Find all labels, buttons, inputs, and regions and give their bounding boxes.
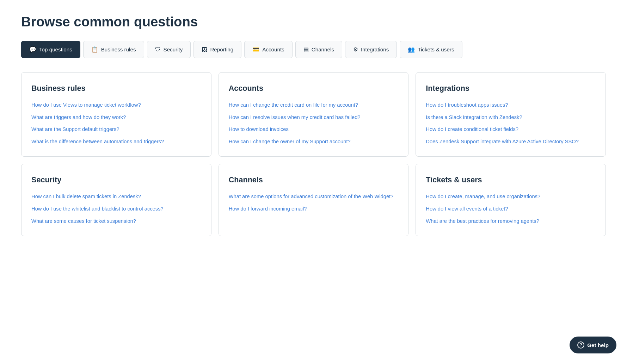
tab-label-channels: Channels <box>312 46 334 52</box>
tab-accounts[interactable]: 💳Accounts <box>244 41 292 58</box>
tab-icon-top-questions: 💬 <box>29 46 36 53</box>
card-link-integrations-0[interactable]: How do I troubleshoot apps issues? <box>426 101 596 109</box>
card-links-business-rules: How do I use Views to manage ticket work… <box>31 101 201 145</box>
tab-icon-integrations: ⚙ <box>353 46 358 53</box>
tab-label-top-questions: Top questions <box>39 46 72 52</box>
tab-label-tickets-users: Tickets & users <box>418 46 454 52</box>
card-title-integrations: Integrations <box>426 84 596 93</box>
tab-label-integrations: Integrations <box>361 46 389 52</box>
card-link-tickets-users-1[interactable]: How do I view all events of a ticket? <box>426 205 596 213</box>
tab-business-rules[interactable]: 📋Business rules <box>83 41 144 58</box>
card-link-business-rules-1[interactable]: What are triggers and how do they work? <box>31 114 201 121</box>
tab-icon-tickets-users: 👥 <box>408 46 415 53</box>
card-links-accounts: How can I change the credit card on file… <box>229 101 399 145</box>
card-title-business-rules: Business rules <box>31 84 201 93</box>
card-link-channels-0[interactable]: What are some options for advanced custo… <box>229 193 399 200</box>
tab-top-questions[interactable]: 💬Top questions <box>21 41 80 58</box>
get-help-button[interactable]: ? Get help <box>570 337 616 353</box>
card-title-tickets-users: Tickets & users <box>426 175 596 184</box>
help-circle-icon: ? <box>577 341 584 349</box>
tab-icon-channels: ▤ <box>303 46 309 53</box>
card-link-accounts-3[interactable]: How can I change the owner of my Support… <box>229 138 399 145</box>
card-channels: ChannelsWhat are some options for advanc… <box>219 164 409 236</box>
tab-icon-security: 🛡 <box>155 46 161 53</box>
card-link-tickets-users-0[interactable]: How do I create, manage, and use organiz… <box>426 193 596 200</box>
tab-bar: 💬Top questions📋Business rules🛡Security🖼R… <box>21 41 606 58</box>
card-link-security-1[interactable]: How do I use the whitelist and blacklist… <box>31 205 201 213</box>
card-link-integrations-2[interactable]: How do I create conditional ticket field… <box>426 126 596 133</box>
card-title-accounts: Accounts <box>229 84 399 93</box>
card-links-integrations: How do I troubleshoot apps issues?Is the… <box>426 101 596 145</box>
tab-icon-accounts: 💳 <box>252 46 259 53</box>
card-link-business-rules-0[interactable]: How do I use Views to manage ticket work… <box>31 101 201 109</box>
card-link-accounts-2[interactable]: How to download invoices <box>229 126 399 133</box>
card-integrations: IntegrationsHow do I troubleshoot apps i… <box>416 72 606 157</box>
tab-channels[interactable]: ▤Channels <box>295 41 342 58</box>
tab-security[interactable]: 🛡Security <box>147 41 191 58</box>
card-link-accounts-0[interactable]: How can I change the credit card on file… <box>229 101 399 109</box>
card-link-channels-1[interactable]: How do I forward incoming email? <box>229 205 399 213</box>
card-link-accounts-1[interactable]: How can I resolve issues when my credit … <box>229 114 399 121</box>
card-links-tickets-users: How do I create, manage, and use organiz… <box>426 193 596 225</box>
tab-label-business-rules: Business rules <box>101 46 136 52</box>
card-link-security-0[interactable]: How can I bulk delete spam tickets in Ze… <box>31 193 201 200</box>
card-security: SecurityHow can I bulk delete spam ticke… <box>21 164 211 236</box>
card-title-security: Security <box>31 175 201 184</box>
card-link-integrations-1[interactable]: Is there a Slack integration with Zendes… <box>426 114 596 121</box>
card-link-tickets-users-2[interactable]: What are the best practices for removing… <box>426 218 596 225</box>
card-title-channels: Channels <box>229 175 399 184</box>
get-help-label: Get help <box>587 342 609 348</box>
tab-label-reporting: Reporting <box>210 46 233 52</box>
card-links-channels: What are some options for advanced custo… <box>229 193 399 212</box>
tab-icon-reporting: 🖼 <box>202 46 207 53</box>
card-link-integrations-3[interactable]: Does Zendesk Support integrate with Azur… <box>426 138 596 145</box>
tab-reporting[interactable]: 🖼Reporting <box>193 41 241 58</box>
tab-label-security: Security <box>164 46 183 52</box>
page-title: Browse common questions <box>21 14 606 30</box>
card-tickets-users: Tickets & usersHow do I create, manage, … <box>416 164 606 236</box>
tab-tickets-users[interactable]: 👥Tickets & users <box>400 41 462 58</box>
card-link-business-rules-3[interactable]: What is the difference between automatio… <box>31 138 201 145</box>
card-link-business-rules-2[interactable]: What are the Support default triggers? <box>31 126 201 133</box>
cards-grid: Business rulesHow do I use Views to mana… <box>21 72 606 236</box>
card-business-rules: Business rulesHow do I use Views to mana… <box>21 72 211 157</box>
tab-icon-business-rules: 📋 <box>91 46 98 53</box>
card-link-security-2[interactable]: What are some causes for ticket suspensi… <box>31 218 201 225</box>
card-accounts: AccountsHow can I change the credit card… <box>219 72 409 157</box>
tab-label-accounts: Accounts <box>262 46 284 52</box>
card-links-security: How can I bulk delete spam tickets in Ze… <box>31 193 201 225</box>
tab-integrations[interactable]: ⚙Integrations <box>345 41 397 58</box>
